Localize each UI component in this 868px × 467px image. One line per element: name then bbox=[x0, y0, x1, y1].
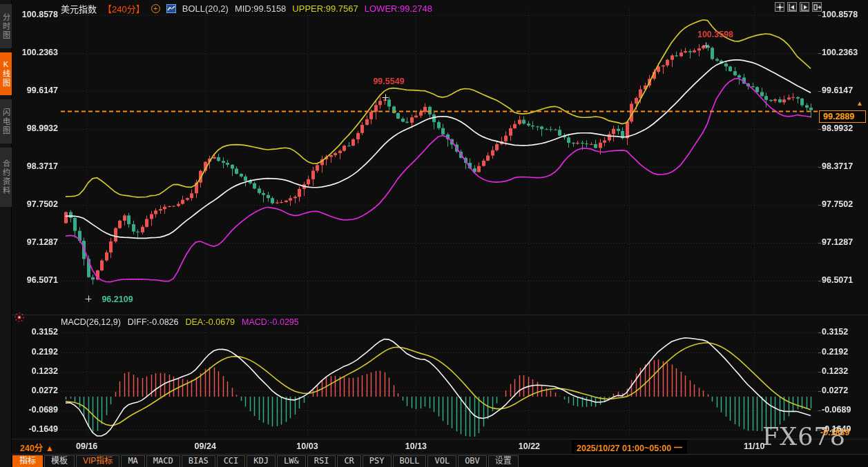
toolbar-item[interactable]: BIAS bbox=[182, 455, 215, 467]
boll-lower-value: LOWER:99.2748 bbox=[365, 3, 432, 14]
toolbar-item[interactable]: VOL bbox=[427, 455, 456, 467]
toolbar-item[interactable]: LW& bbox=[277, 455, 306, 467]
period-tag[interactable]: 【240分】 bbox=[103, 2, 145, 15]
boll-mid-value: MID:99.5158 bbox=[235, 3, 286, 14]
toolbar-item[interactable]: 模板 bbox=[44, 455, 75, 467]
macd-dea-value: DEA:-0.0679 bbox=[185, 317, 235, 327]
indicator-toolbar: 指标模板VIP指标MAMACDBIASCCIKDJLW&RSICRPSYBOLL… bbox=[12, 454, 868, 467]
selected-candle-time: 2025/10/27 01:00~05:00 一 bbox=[572, 440, 687, 455]
sidebar-tab[interactable]: 闪电图 bbox=[0, 99, 12, 143]
toolbar-item[interactable]: RSI bbox=[307, 455, 336, 467]
macd-header: MACD(26,12,9) DIFF:-0.0826 DEA:-0.0679 M… bbox=[61, 317, 299, 327]
pan-right-icon[interactable] bbox=[812, 2, 822, 12]
sidebar-tab[interactable]: K线图 bbox=[0, 52, 12, 95]
price-up-arrow-icon: ▲ bbox=[856, 99, 863, 107]
mini-chart-icon[interactable] bbox=[166, 4, 176, 13]
boll-label: BOLL(20,2) bbox=[182, 3, 229, 14]
chart-type-sidebar: 分时图K线图闪电图合约资料 bbox=[0, 0, 12, 467]
macd-label: MACD(26,12,9) bbox=[61, 317, 121, 327]
chart-canvas[interactable] bbox=[0, 0, 868, 467]
toolbar-item[interactable]: MACD bbox=[146, 455, 180, 467]
x-axis-row: 240分 ▲ 2025/10/27 01:00~05:00 一 bbox=[12, 439, 868, 454]
macd-diff-value: DIFF:-0.0826 bbox=[128, 317, 179, 327]
macd-macd-value: MACD:-0.0295 bbox=[242, 317, 299, 327]
toolbar-item[interactable]: KDJ bbox=[247, 455, 276, 467]
toolbar-item[interactable]: PSY bbox=[363, 455, 392, 467]
toolbar-item[interactable]: VIP指标 bbox=[76, 455, 119, 467]
macd-axis-last-value: -0.1839 bbox=[820, 428, 849, 437]
toolbar-item[interactable]: CR bbox=[337, 455, 360, 467]
compress-right-icon[interactable] bbox=[800, 2, 809, 12]
sidebar-tab[interactable]: 合约资料 bbox=[0, 148, 12, 207]
current-price-tag: 99.2889 bbox=[819, 110, 866, 123]
toolbar-item[interactable]: MA bbox=[121, 455, 144, 467]
toolbar-item[interactable]: 设置 bbox=[488, 455, 519, 467]
trading-app-window: 分时图K线图闪电图合约资料 美元指数 【240分】 + BOLL(20,2) M… bbox=[0, 0, 868, 467]
crosshair-icon[interactable] bbox=[775, 2, 784, 12]
toolbar-item[interactable]: BOLL bbox=[393, 455, 427, 467]
toolbar-item[interactable]: OBV bbox=[458, 455, 487, 467]
timeframe-selector[interactable]: 240分 ▲ bbox=[20, 441, 54, 454]
indicator-settings-icon[interactable] bbox=[14, 312, 25, 323]
sidebar-tab[interactable]: 分时图 bbox=[0, 4, 12, 48]
chart-header: 美元指数 【240分】 + BOLL(20,2) MID:99.5158 UPP… bbox=[61, 3, 432, 14]
compress-left-icon[interactable] bbox=[787, 2, 797, 12]
chart-tool-icons bbox=[775, 2, 822, 12]
toolbar-item[interactable]: 指标 bbox=[12, 455, 43, 467]
timeframe-arrow-icon: ▲ bbox=[46, 444, 54, 453]
symbol-title: 美元指数 bbox=[61, 2, 97, 15]
toolbar-item[interactable]: CCI bbox=[217, 455, 246, 467]
add-indicator-icon[interactable]: + bbox=[151, 4, 160, 13]
boll-upper-value: UPPER:99.7567 bbox=[292, 3, 358, 14]
